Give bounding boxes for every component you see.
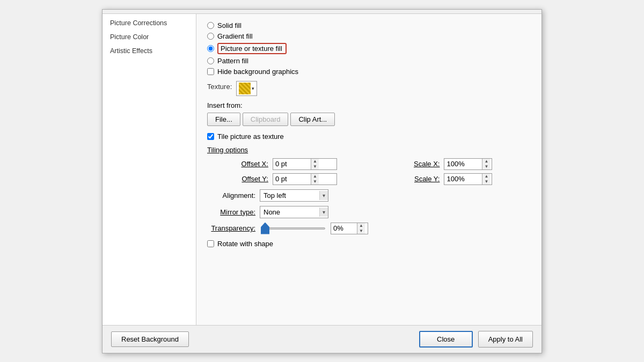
fill-options-group: Solid fill Gradient fill Picture or text…	[207, 21, 531, 76]
scale-y-down-arrow[interactable]: ▼	[482, 179, 490, 184]
alignment-dropdown-icon: ▾	[319, 191, 328, 200]
insert-from-label: Insert from:	[207, 101, 531, 109]
transparency-up-arrow[interactable]: ▲	[357, 223, 365, 228]
alignment-label: Alignment:	[207, 191, 255, 200]
footer-left: Reset Background	[111, 331, 189, 347]
scale-x-down-arrow[interactable]: ▼	[482, 164, 490, 169]
hide-bg-graphics-row: Hide background graphics	[207, 68, 531, 76]
offset-x-label: Offset X:	[207, 160, 270, 168]
gradient-fill-row: Gradient fill	[207, 32, 531, 40]
alignment-select[interactable]: Top left Top center Top right Center lef…	[260, 190, 319, 201]
scale-x-up-arrow[interactable]: ▲	[482, 159, 490, 164]
tiling-title: Tiling options	[207, 146, 531, 154]
texture-dropdown-arrow-icon: ▾	[252, 86, 254, 91]
close-button[interactable]: Close	[419, 331, 473, 348]
transparency-spinbox: ▲ ▼	[331, 223, 368, 234]
solid-fill-row: Solid fill	[207, 21, 531, 29]
transparency-slider-container	[261, 223, 325, 234]
offset-x-spinbox: ▲ ▼	[273, 158, 337, 170]
reset-background-button[interactable]: Reset Background	[111, 331, 189, 347]
offset-x-down-arrow[interactable]: ▼	[311, 164, 319, 169]
picture-texture-fill-label[interactable]: Picture or texture fill	[221, 45, 282, 53]
pattern-fill-row: Pattern fill	[207, 57, 531, 65]
tile-checkbox-row: Tile picture as texture	[207, 132, 531, 141]
offset-y-input[interactable]	[273, 174, 311, 184]
offset-y-up-arrow[interactable]: ▲	[311, 174, 319, 179]
solid-fill-label[interactable]: Solid fill	[217, 21, 241, 29]
gradient-fill-radio[interactable]	[207, 33, 214, 40]
rotate-checkbox[interactable]	[207, 240, 214, 247]
mirror-type-select[interactable]: None Horizontal Vertical Both	[260, 206, 319, 218]
scale-x-arrows: ▲ ▼	[482, 159, 490, 169]
selected-option-highlight: Picture or texture fill	[217, 43, 287, 54]
offset-y-down-arrow[interactable]: ▼	[311, 179, 319, 184]
file-button[interactable]: File...	[207, 113, 240, 126]
rotate-label[interactable]: Rotate with shape	[217, 240, 273, 248]
format-background-dialog: Picture Corrections Picture Color Artist…	[102, 9, 542, 353]
transparency-slider-track	[261, 227, 325, 230]
mirror-dropdown-icon: ▾	[319, 208, 328, 217]
insert-buttons-group: File... Clipboard Clip Art...	[207, 113, 531, 126]
clipboard-button[interactable]: Clipboard	[243, 113, 289, 126]
offset-y-spinbox: ▲ ▼	[273, 173, 337, 185]
dialog-footer: Reset Background Close Apply to All	[103, 325, 541, 353]
sidebar-item-picture-corrections[interactable]: Picture Corrections	[103, 16, 196, 30]
scale-y-up-arrow[interactable]: ▲	[482, 174, 490, 179]
scale-y-arrows: ▲ ▼	[482, 174, 490, 184]
hide-bg-graphics-label[interactable]: Hide background graphics	[217, 68, 298, 76]
transparency-row: Transparency: ▲ ▼	[207, 223, 531, 234]
texture-preview-icon	[239, 83, 251, 94]
dialog-top-bar	[103, 10, 541, 14]
rotate-row: Rotate with shape	[207, 240, 531, 248]
hide-bg-graphics-checkbox[interactable]	[207, 68, 214, 75]
offset-x-arrows: ▲ ▼	[311, 159, 319, 169]
main-content: Solid fill Gradient fill Picture or text…	[196, 14, 541, 325]
gradient-fill-label[interactable]: Gradient fill	[217, 32, 253, 40]
transparency-label: Transparency:	[207, 224, 255, 232]
alignment-row: Alignment: Top left Top center Top right…	[207, 189, 531, 202]
mirror-type-select-box: None Horizontal Vertical Both ▾	[260, 206, 328, 218]
pattern-fill-label[interactable]: Pattern fill	[217, 57, 248, 65]
offset-y-arrows: ▲ ▼	[311, 174, 319, 184]
offset-y-label: Offset Y:	[207, 175, 270, 183]
texture-picker-button[interactable]: ▾	[236, 81, 257, 96]
footer-right: Close Apply to All	[419, 331, 533, 348]
tile-label[interactable]: Tile picture as texture	[217, 132, 284, 141]
texture-label: Texture:	[207, 83, 232, 91]
scale-x-spinbox: ▲ ▼	[444, 158, 492, 170]
mirror-type-row: Mirror type: None Horizontal Vertical Bo…	[207, 206, 531, 218]
apply-to-all-button[interactable]: Apply to All	[478, 331, 533, 348]
tile-checkbox[interactable]	[207, 133, 214, 140]
scale-x-label: Scale X:	[379, 160, 442, 168]
mirror-type-label: Mirror type:	[207, 208, 255, 216]
texture-row: Texture: ▾	[207, 81, 531, 96]
tiling-section: Tiling options Offset X: ▲ ▼ Scale X:	[207, 146, 531, 218]
pattern-fill-radio[interactable]	[207, 57, 214, 64]
transparency-down-arrow[interactable]: ▼	[357, 228, 365, 234]
transparency-input[interactable]	[331, 223, 357, 233]
tiling-grid: Offset X: ▲ ▼ Scale X: ▲	[207, 158, 531, 185]
sidebar: Picture Corrections Picture Color Artist…	[103, 14, 196, 325]
scale-y-input[interactable]	[444, 174, 482, 184]
scale-y-spinbox: ▲ ▼	[444, 173, 492, 185]
offset-x-up-arrow[interactable]: ▲	[311, 159, 319, 164]
picture-texture-fill-radio[interactable]	[207, 45, 214, 52]
scale-y-label: Scale Y:	[379, 175, 442, 183]
scale-x-input[interactable]	[444, 159, 482, 169]
transparency-arrows: ▲ ▼	[357, 223, 365, 234]
alignment-select-box: Top left Top center Top right Center lef…	[260, 189, 328, 202]
sidebar-item-artistic-effects[interactable]: Artistic Effects	[103, 44, 196, 58]
transparency-slider-thumb[interactable]	[261, 223, 269, 234]
dialog-body: Picture Corrections Picture Color Artist…	[103, 14, 541, 325]
solid-fill-radio[interactable]	[207, 22, 214, 29]
offset-x-input[interactable]	[273, 159, 311, 169]
sidebar-item-picture-color[interactable]: Picture Color	[103, 30, 196, 44]
picture-texture-fill-row: Picture or texture fill	[207, 43, 531, 54]
clip-art-button[interactable]: Clip Art...	[290, 113, 335, 126]
